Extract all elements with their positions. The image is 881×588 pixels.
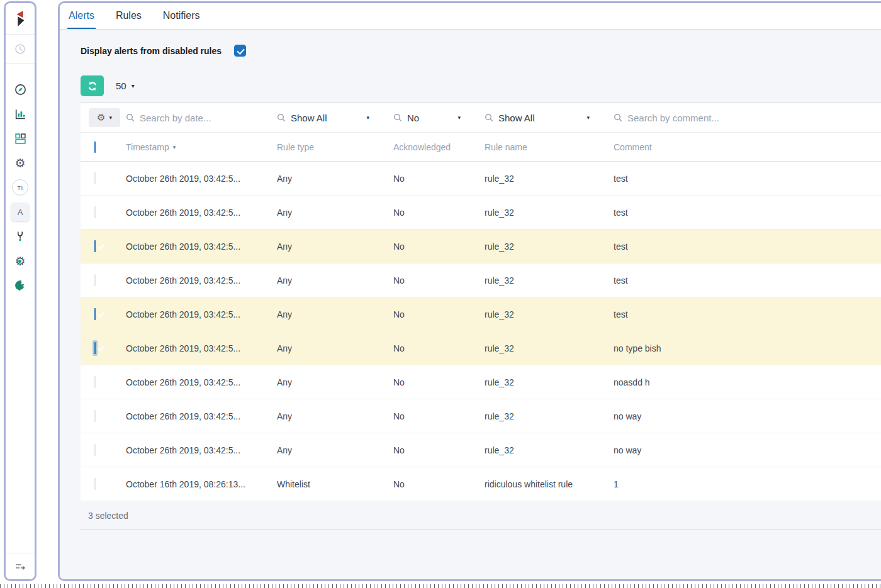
table-row[interactable]: October 26th 2019, 03:42:5... Any No rul… (81, 263, 881, 297)
sidebar-item-management[interactable]: ⚙ (6, 156, 35, 170)
cell-comment: 1 (601, 479, 881, 489)
sidebar-item-dashboard[interactable] (6, 131, 35, 145)
table-row[interactable]: October 26th 2019, 03:42:5... Any No rul… (81, 399, 881, 433)
cell-rule-name: rule_32 (472, 377, 601, 387)
cell-acknowledged: No (381, 343, 472, 353)
date-search-input[interactable]: Search by date... (113, 113, 264, 123)
row-checkbox-cell (81, 275, 113, 286)
cell-timestamp: October 26th 2019, 03:42:5... (113, 241, 264, 252)
column-header-label: Rule name (485, 142, 527, 152)
row-checkbox-cell (81, 241, 113, 252)
gear-teal-icon: ⚙ (14, 255, 25, 267)
cell-comment: no way (601, 445, 881, 455)
cell-rule-name: ridiculous whitelist rule (472, 479, 601, 489)
row-checkbox[interactable] (94, 240, 96, 252)
row-checkbox[interactable] (94, 342, 96, 354)
column-header-rule-type[interactable]: Rule type (264, 142, 381, 152)
sidebar-collapse-toggle[interactable] (6, 553, 35, 579)
table-header-row: Timestamp ▾ Rule type Acknowledged Rule … (81, 133, 881, 162)
cell-rule-name: rule_32 (472, 208, 601, 218)
cell-timestamp: October 26th 2019, 03:42:5... (113, 445, 264, 455)
rule-type-filter-dropdown[interactable]: Show All ▾ (264, 113, 381, 123)
cell-rule-name: rule_32 (472, 174, 601, 184)
chevron-down-icon: ▾ (366, 114, 369, 121)
cell-timestamp: October 26th 2019, 03:42:5... (113, 208, 264, 218)
sidebar-item-settings[interactable]: ⚙ (6, 254, 35, 268)
cell-timestamp: October 26th 2019, 03:42:5... (113, 377, 264, 387)
page-size-value: 50 (116, 80, 126, 91)
a-badge-icon: A (11, 202, 30, 221)
cell-rule-name: rule_32 (472, 275, 601, 286)
tab-bar: Alerts Rules Notifiers (60, 3, 881, 30)
cell-rule-type: Any (264, 343, 381, 353)
table-toolbar: 50 ▾ (81, 75, 881, 96)
table-row[interactable]: October 26th 2019, 03:42:5... Any No rul… (81, 230, 881, 263)
table-row[interactable]: October 26th 2019, 03:42:5... Any No rul… (81, 162, 881, 196)
cell-rule-type: Any (264, 445, 381, 455)
column-header-label: Rule type (277, 142, 314, 152)
rule-type-filter-value: Show All (291, 113, 327, 123)
sidebar-item-visualize[interactable] (6, 107, 35, 121)
row-checkbox[interactable] (94, 444, 96, 456)
main-panel: Alerts Rules Notifiers Display alerts fr… (58, 1, 881, 581)
column-header-rule-name[interactable]: Rule name (472, 142, 601, 152)
rule-name-filter-dropdown[interactable]: Show All ▾ (472, 113, 601, 123)
header-checkbox-cell (81, 142, 113, 152)
acknowledged-filter-dropdown[interactable]: No ▾ (381, 113, 472, 123)
table-filter-row: ⚙ ▾ Search by date... Sho (81, 103, 881, 133)
gear-icon: ⚙ (14, 157, 25, 169)
row-checkbox[interactable] (94, 308, 96, 320)
cell-comment: test (601, 174, 881, 184)
table-row[interactable]: October 26th 2019, 03:42:5... Any No rul… (81, 196, 881, 230)
cell-timestamp: October 16th 2019, 08:26:13... (113, 479, 264, 489)
search-icon (485, 113, 493, 122)
row-checkbox[interactable] (94, 172, 96, 184)
sidebar-item-ti-app[interactable]: TI (6, 180, 35, 194)
bar-chart-icon (14, 108, 27, 121)
sidebar-item-devtools[interactable] (6, 230, 35, 243)
row-checkbox[interactable] (94, 274, 96, 286)
table-row[interactable]: October 26th 2019, 03:42:5... Any No rul… (81, 297, 881, 331)
column-header-timestamp[interactable]: Timestamp ▾ (113, 142, 264, 152)
table-row[interactable]: October 26th 2019, 03:42:5... Any No rul… (81, 331, 881, 365)
sidebar-item-praeco[interactable] (6, 279, 35, 292)
app-logo[interactable] (6, 3, 35, 35)
date-search-placeholder: Search by date... (140, 113, 211, 123)
cell-comment: no type bish (601, 343, 881, 353)
table-row[interactable]: October 26th 2019, 03:42:5... Any No rul… (81, 433, 881, 467)
column-header-comment[interactable]: Comment (601, 142, 881, 152)
tab-notifiers[interactable]: Notifiers (162, 3, 201, 29)
row-checkbox[interactable] (94, 206, 96, 218)
row-checkbox-cell (81, 411, 113, 422)
refresh-button[interactable] (81, 75, 104, 96)
cell-rule-type: Any (264, 309, 381, 319)
table-row[interactable]: October 26th 2019, 03:42:5... Any No rul… (81, 365, 881, 399)
column-header-acknowledged[interactable]: Acknowledged (381, 142, 472, 152)
cell-comment: test (601, 208, 881, 218)
row-checkbox[interactable] (94, 410, 96, 422)
display-disabled-toggle-row: Display alerts from disabled rules (81, 45, 881, 57)
sidebar-item-a-app-active[interactable]: A (6, 205, 35, 219)
comment-search-input[interactable]: Search by comment... (601, 113, 881, 123)
row-checkbox[interactable] (94, 478, 96, 490)
table-row[interactable]: October 16th 2019, 08:26:13... Whitelist… (81, 467, 881, 501)
cell-comment: test (601, 241, 881, 252)
sidebar-item-recent[interactable] (6, 35, 35, 64)
cell-acknowledged: No (381, 479, 472, 489)
sidebar-item-discover[interactable] (6, 82, 35, 96)
page-size-dropdown[interactable]: 50 ▾ (116, 80, 135, 91)
acknowledged-filter-value: No (407, 113, 419, 123)
row-checkbox[interactable] (94, 376, 96, 388)
rule-name-filter-value: Show All (498, 113, 535, 123)
chevron-down-icon: ▾ (586, 114, 590, 121)
select-all-checkbox[interactable] (94, 141, 96, 153)
row-checkbox-cell (81, 343, 113, 354)
ti-badge-icon: TI (12, 179, 28, 196)
cell-rule-type: Any (264, 208, 381, 218)
row-checkbox-cell (81, 377, 113, 388)
clock-icon (14, 43, 26, 55)
tab-alerts[interactable]: Alerts (67, 3, 96, 29)
display-disabled-checkbox[interactable] (234, 45, 246, 57)
app-sidebar: ⚙ TI A ⚙ (4, 1, 36, 581)
tab-rules[interactable]: Rules (115, 3, 143, 29)
